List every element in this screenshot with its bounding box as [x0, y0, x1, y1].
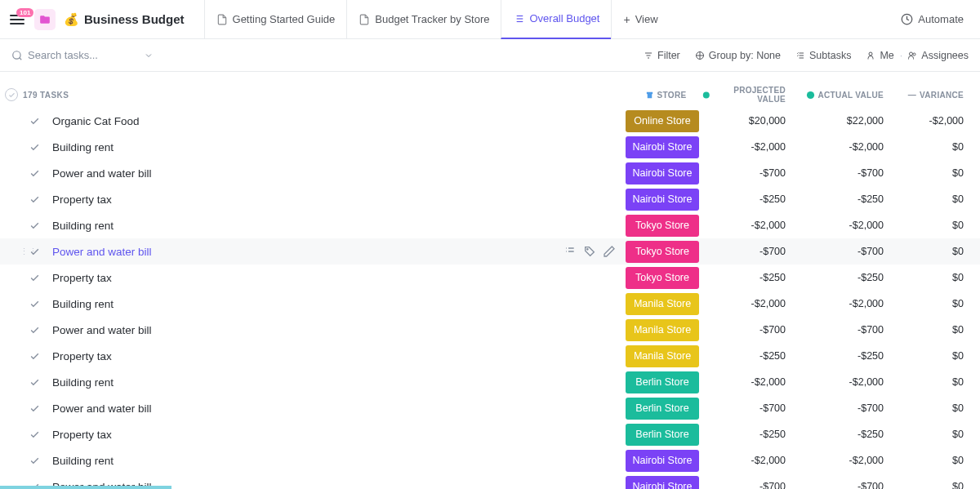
chevron-down-icon[interactable] — [144, 51, 154, 60]
table-row[interactable]: ⋮⋮Property taxTokyo Store-$250-$250$0 — [0, 265, 980, 291]
check-icon[interactable] — [28, 116, 41, 127]
col-actual[interactable]: ACTUAL VALUE — [800, 91, 898, 100]
check-icon[interactable] — [28, 168, 41, 179]
table-row[interactable]: ⋮⋮Property taxBerlin Store-$250-$250$0 — [0, 421, 980, 447]
filter-button[interactable]: Filter — [644, 50, 680, 61]
table-row[interactable]: ⋮⋮Building rentNairobi Store-$2,000-$2,0… — [0, 134, 980, 160]
svg-point-17 — [913, 53, 915, 56]
col-store[interactable]: STORE — [629, 91, 702, 100]
variance-value: $0 — [898, 481, 980, 489]
search-input[interactable] — [28, 49, 134, 61]
task-name[interactable]: Power and water bill — [41, 246, 564, 258]
store-badge[interactable]: Nairobi Store — [626, 476, 699, 490]
check-icon[interactable] — [28, 273, 41, 283]
tag-icon[interactable] — [583, 245, 596, 258]
subtasks-button[interactable]: Subtasks — [795, 50, 851, 61]
assignees-button[interactable]: Assignees — [907, 50, 969, 61]
group-button[interactable]: Group by: None — [695, 50, 781, 61]
store-badge[interactable]: Nairobi Store — [626, 189, 699, 211]
col-projected[interactable]: PROJECTED VALUE — [702, 86, 800, 104]
tab-budget-tracker[interactable]: Budget Tracker by Store — [346, 0, 501, 39]
task-name[interactable]: Building rent — [41, 298, 622, 310]
task-name[interactable]: Property tax — [41, 193, 622, 206]
dollar-icon — [702, 91, 710, 100]
task-name[interactable]: Building rent — [41, 220, 622, 232]
table-row[interactable]: ⋮⋮Building rentTokyo Store-$2,000-$2,000… — [0, 212, 980, 238]
drag-handle-icon[interactable]: ⋮⋮ — [20, 247, 28, 257]
me-button[interactable]: Me · — [866, 50, 904, 61]
variance-value: $0 — [898, 402, 980, 414]
search-input-wrap[interactable] — [11, 49, 154, 61]
store-badge[interactable]: Manila Store — [626, 345, 699, 367]
check-icon[interactable] — [28, 351, 41, 362]
tab-getting-started[interactable]: Getting Started Guide — [204, 0, 347, 39]
table-row[interactable]: ⋮⋮Power and water billNairobi Store-$700… — [0, 160, 980, 186]
task-name[interactable]: Power and water bill — [41, 167, 622, 180]
projected-value: -$700 — [702, 167, 800, 179]
table-row[interactable]: ⋮⋮Power and water billManila Store-$700-… — [0, 317, 980, 343]
check-icon[interactable] — [28, 429, 41, 440]
check-icon[interactable] — [28, 142, 41, 153]
task-name[interactable]: Property tax — [41, 429, 622, 441]
automate-button[interactable]: Automate — [894, 13, 970, 25]
task-name[interactable]: Power and water bill — [41, 324, 622, 336]
title-emoji: 💰 — [64, 12, 79, 27]
table-row[interactable]: ⋮⋮Building rentManila Store-$2,000-$2,00… — [0, 291, 980, 317]
table-row[interactable]: ⋮⋮Power and water billBerlin Store-$700-… — [0, 395, 980, 421]
variance-value: -$2,000 — [898, 115, 980, 127]
task-name[interactable]: Property tax — [41, 272, 622, 284]
task-name[interactable]: Building rent — [41, 455, 622, 467]
store-badge[interactable]: Berlin Store — [626, 424, 699, 446]
check-icon[interactable] — [28, 377, 41, 388]
task-name[interactable]: Power and water bill — [41, 402, 622, 415]
edit-icon[interactable] — [603, 245, 616, 258]
projected-value: -$2,000 — [702, 141, 800, 153]
svg-point-7 — [13, 51, 20, 58]
store-badge[interactable]: Online Store — [626, 110, 699, 132]
store-badge[interactable]: Nairobi Store — [626, 136, 699, 158]
check-icon[interactable] — [28, 456, 41, 466]
toolbar: Filter Group by: None Subtasks Me · Assi… — [0, 39, 980, 72]
task-name[interactable]: Organic Cat Food — [41, 115, 622, 127]
folder-icon[interactable] — [34, 9, 56, 30]
assignees-label: Assignees — [921, 50, 969, 61]
task-name[interactable]: Property tax — [41, 350, 622, 362]
svg-line-8 — [20, 57, 22, 60]
store-icon — [645, 91, 654, 100]
store-badge[interactable]: Nairobi Store — [626, 450, 699, 472]
store-badge[interactable]: Manila Store — [626, 293, 699, 315]
person-icon — [866, 51, 875, 60]
check-icon[interactable] — [28, 325, 41, 336]
check-icon[interactable] — [28, 403, 41, 414]
store-badge[interactable]: Berlin Store — [626, 398, 699, 420]
minus-icon: — — [908, 91, 916, 100]
task-name[interactable]: Building rent — [41, 376, 622, 389]
automate-icon — [901, 13, 913, 25]
check-icon[interactable] — [28, 220, 41, 231]
table-row[interactable]: ⋮⋮Building rentNairobi Store-$2,000-$2,0… — [0, 447, 980, 473]
menu-icon[interactable]: 101 — [10, 15, 24, 24]
tab-add-view[interactable]: + View — [611, 0, 669, 39]
projected-value: -$250 — [702, 429, 800, 440]
store-badge[interactable]: Nairobi Store — [626, 162, 699, 184]
check-icon[interactable] — [28, 194, 41, 205]
col-variance[interactable]: — VARIANCE — [898, 91, 980, 100]
table-row[interactable]: ⋮⋮Power and water billTokyo Store-$700-$… — [0, 238, 980, 265]
table-row[interactable]: ⋮⋮Property taxManila Store-$250-$250$0 — [0, 343, 980, 369]
check-icon[interactable] — [28, 299, 41, 309]
tab-overall-budget[interactable]: Overall Budget — [501, 0, 611, 39]
store-badge[interactable]: Berlin Store — [626, 371, 699, 393]
variance-value: $0 — [898, 167, 980, 179]
store-badge[interactable]: Tokyo Store — [626, 267, 699, 289]
store-badge[interactable]: Tokyo Store — [626, 215, 699, 237]
check-icon[interactable] — [28, 247, 41, 257]
table-row[interactable]: ⋮⋮Property taxNairobi Store-$250-$250$0 — [0, 186, 980, 212]
task-name[interactable]: Building rent — [41, 141, 622, 153]
store-badge[interactable]: Tokyo Store — [626, 241, 699, 263]
table-row[interactable]: ⋮⋮Organic Cat FoodOnline Store$20,000$22… — [0, 108, 980, 134]
subtask-icon[interactable] — [564, 245, 577, 258]
table-row[interactable]: ⋮⋮Building rentBerlin Store-$2,000-$2,00… — [0, 369, 980, 395]
select-all-icon[interactable] — [5, 88, 18, 101]
variance-value: $0 — [898, 455, 980, 466]
store-badge[interactable]: Manila Store — [626, 319, 699, 341]
